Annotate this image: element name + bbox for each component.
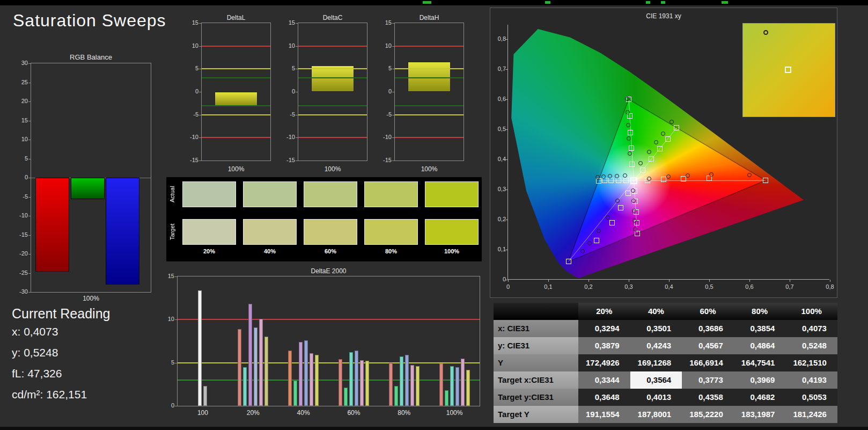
- y-tick-label: 5: [10, 155, 28, 162]
- value-cell[interactable]: 0,4243: [630, 337, 682, 354]
- swatch-col-label: 100%: [425, 248, 479, 254]
- y-tick-label: -5: [180, 111, 198, 118]
- target-square: [649, 156, 654, 162]
- y-tick-label: -10: [180, 134, 198, 140]
- y-tick: [199, 137, 201, 138]
- y-tick: [392, 137, 394, 138]
- value-cell[interactable]: 0,4864: [734, 337, 786, 354]
- deltae-bar: [339, 359, 342, 406]
- target-square: [609, 220, 615, 225]
- swatch-col-label: 80%: [364, 248, 418, 254]
- value-cell[interactable]: 0,5248: [785, 337, 837, 354]
- value-cell[interactable]: 187,8001: [630, 406, 682, 423]
- y-tick: [199, 23, 201, 24]
- value-cell[interactable]: 0,4013: [630, 389, 682, 406]
- table-row: Target Y191,1554187,8001185,2220183,1987…: [494, 406, 837, 423]
- value-cell[interactable]: 0,4358: [682, 389, 734, 406]
- measured-circle: [627, 136, 631, 141]
- target-square: [616, 178, 621, 183]
- ref-line-5: [202, 68, 270, 69]
- toolbar-artifact-icon: [722, 1, 728, 4]
- value-cell[interactable]: 183,1987: [734, 406, 786, 423]
- y-tick-label: 0,1: [491, 246, 506, 252]
- y-tick: [175, 406, 177, 406]
- toolbar-artifact-icon: [423, 1, 431, 4]
- y-tick-label: 0,4: [491, 156, 506, 162]
- row-label: y: CIE31: [494, 337, 578, 354]
- ref-line--5: [395, 114, 464, 115]
- deltae-bar: [293, 381, 297, 406]
- deltae-bar: [416, 366, 420, 406]
- value-cell[interactable]: 0,3564: [630, 371, 682, 389]
- y-tick-label: 10: [180, 42, 198, 49]
- value-cell[interactable]: 166,6914: [682, 354, 734, 371]
- x-tick-label: 0,6: [740, 283, 759, 290]
- rgb-balance-plot: 302520151050-5-10-15-20-25-30: [31, 63, 151, 293]
- target-swatch-40%: [243, 219, 297, 245]
- value-cell[interactable]: 0,3773: [682, 371, 734, 389]
- x-tick: [790, 280, 790, 282]
- deltae-bar: [365, 361, 369, 406]
- value-cell[interactable]: 0,4682: [734, 389, 786, 406]
- column-header: 20%: [578, 303, 630, 320]
- actual-swatch-20%: [182, 181, 236, 207]
- delta-c-plot: 151050-5-10-15: [298, 23, 367, 161]
- deltae-bar: [455, 367, 459, 406]
- deltae-bar: [238, 329, 241, 406]
- reading-value: 47,326: [27, 367, 62, 380]
- delta-h-title: DeltaH: [394, 14, 464, 21]
- y-tick-label: 15: [10, 117, 28, 123]
- red-bar: [35, 178, 69, 272]
- y-tick-label: 5: [156, 359, 174, 366]
- row-label: Y: [494, 354, 578, 371]
- measured-circle: [709, 172, 713, 177]
- target-square: [594, 238, 599, 243]
- green-bar: [71, 178, 105, 199]
- x-tick-label: 0,4: [660, 283, 678, 290]
- y-tick-label: 0,2: [491, 216, 506, 222]
- y-tick-label: 10: [10, 136, 28, 142]
- x-tick: [589, 280, 589, 282]
- value-cell[interactable]: 0,3854: [734, 320, 786, 337]
- value-cell[interactable]: 0,3294: [578, 320, 630, 337]
- value-cell[interactable]: 0,3969: [734, 371, 786, 389]
- x-tick-label: 0,7: [781, 283, 799, 290]
- value-cell[interactable]: 169,1268: [630, 354, 682, 371]
- value-cell[interactable]: 0,4567: [682, 337, 734, 354]
- value-cell[interactable]: 191,1554: [578, 406, 630, 423]
- value-cell[interactable]: 162,1510: [785, 354, 837, 371]
- value-cell[interactable]: 0,3648: [578, 389, 630, 406]
- y-tick-label: -5: [10, 193, 28, 200]
- value-cell[interactable]: 185,2220: [682, 406, 734, 423]
- value-cell[interactable]: 172,4926: [578, 354, 630, 371]
- value-cell[interactable]: 0,5053: [785, 389, 837, 406]
- value-cell[interactable]: 0,3686: [682, 320, 734, 337]
- bottom-strip: [0, 427, 868, 430]
- reading-label: fL:: [12, 367, 27, 380]
- measured-circle: [647, 177, 651, 181]
- y-tick-label: -25: [10, 269, 28, 276]
- rgb-balance-x-label: 100%: [31, 295, 151, 302]
- row-label: Target y:CIE31: [494, 389, 578, 406]
- x-tick-label: 0,1: [539, 283, 557, 290]
- ref-line--5: [202, 114, 270, 115]
- value-cell[interactable]: 0,3501: [630, 320, 682, 337]
- y-tick: [505, 280, 507, 280]
- y-tick-label: -10: [277, 134, 295, 140]
- y-tick-label: 15: [180, 19, 198, 26]
- measured-circle: [661, 132, 665, 136]
- deltae-plot: 15105010020%40%60%80%100%: [177, 276, 480, 406]
- value-cell[interactable]: 0,3879: [578, 337, 630, 354]
- y-tick: [505, 129, 507, 130]
- ref-line-3: [178, 380, 480, 381]
- measured-circle: [615, 199, 620, 203]
- value-cell[interactable]: 164,7541: [734, 354, 786, 371]
- x-tick-label: 100: [189, 409, 216, 417]
- table-row: Target y:CIE310,36480,40130,43580,46820,…: [494, 389, 837, 406]
- top-toolbar-strip: [0, 0, 868, 5]
- value-cell[interactable]: 0,4193: [785, 371, 837, 389]
- value-cell[interactable]: 0,4073: [785, 320, 837, 337]
- delta-h-x-label: 100%: [394, 165, 464, 173]
- value-cell[interactable]: 0,3344: [578, 371, 630, 389]
- value-cell[interactable]: 181,2426: [785, 406, 837, 423]
